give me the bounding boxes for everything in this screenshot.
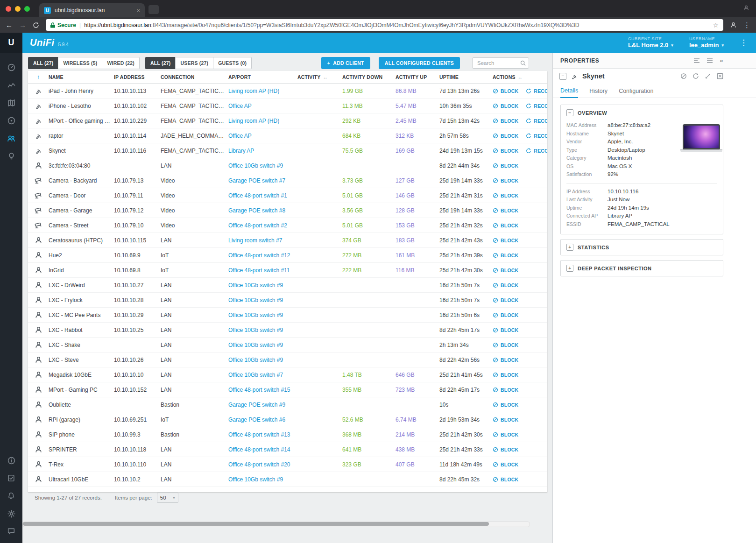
reconnect-button[interactable]: RECONNECT	[526, 118, 547, 124]
overview-section-header[interactable]: − OVERVIEW	[561, 105, 723, 120]
table-row[interactable]: LXC - Shake LAN Office 10Gb switch #9 2h…	[28, 338, 547, 353]
filter-wireless-5-[interactable]: WIRELESS (5)	[58, 57, 102, 69]
block-button[interactable]: BLOCK	[493, 327, 518, 333]
block-button[interactable]: BLOCK	[493, 312, 518, 318]
block-button[interactable]: BLOCK	[493, 447, 518, 452]
client-ap-port-link[interactable]: Office 10Gb switch #9	[228, 327, 297, 333]
expand-icon[interactable]: +	[566, 244, 573, 251]
table-row[interactable]: T-Rex 10.10.10.110 LAN Office 48-port sw…	[28, 457, 547, 472]
sidebar-item-map-icon[interactable]	[6, 98, 16, 108]
reconnect-client-icon[interactable]	[692, 73, 699, 79]
table-row[interactable]: Camera - Door 10.10.79.11 Video Office 4…	[28, 188, 547, 203]
client-ap-port-link[interactable]: Garage POE switch #7	[228, 177, 297, 184]
table-row[interactable]: Camera - Street 10.10.79.10 Video Office…	[28, 218, 547, 233]
expand-icon[interactable]: +	[566, 265, 573, 272]
client-ap-port-link[interactable]: Office 48-port switch #12	[228, 252, 297, 259]
table-row[interactable]: MPort - Office gaming PC 10.10.10.229 FE…	[28, 113, 547, 128]
bookmark-star-icon[interactable]: ☆	[713, 21, 719, 29]
block-button[interactable]: BLOCK	[493, 462, 518, 467]
client-ap-port-link[interactable]: Office 10Gb switch #9	[228, 282, 297, 289]
block-button[interactable]: BLOCK	[493, 417, 518, 423]
client-ap-port-link[interactable]: Office 10Gb switch #7	[228, 372, 297, 378]
client-ap-port-link[interactable]: Office 10Gb switch #9	[228, 297, 297, 303]
block-button[interactable]: BLOCK	[493, 253, 518, 258]
table-row[interactable]: 3c:fd:fe:03:04:80 LAN Office 10Gb switch…	[28, 158, 547, 173]
client-ap-port-link[interactable]: Office AP	[228, 133, 297, 139]
expand-panel-icon[interactable]	[705, 73, 711, 79]
sidebar-item-info-icon[interactable]	[6, 455, 16, 465]
block-button[interactable]: BLOCK	[493, 297, 518, 303]
table-row[interactable]: MPort - Gaming PC 10.10.10.152 LAN Offic…	[28, 382, 547, 397]
client-ap-port-link[interactable]: Office 48-port switch #11	[228, 267, 297, 274]
forward-button[interactable]: →	[19, 21, 26, 28]
statistics-section-header[interactable]: + STATISTICS	[561, 240, 723, 255]
block-button[interactable]: BLOCK	[493, 118, 518, 124]
add-client-button[interactable]: +ADD CLIENT	[321, 57, 370, 69]
col-ip[interactable]: IP ADDRESS	[114, 74, 161, 80]
table-row[interactable]: iPhone - Lesotho 10.10.10.102 FEMA_CAMP_…	[28, 99, 547, 113]
table-row[interactable]: Megadisk 10GbE 10.10.10.10 LAN Office 10…	[28, 367, 547, 382]
search-input[interactable]	[476, 60, 520, 66]
tab-configuration[interactable]: Configuration	[619, 88, 653, 98]
block-button[interactable]: BLOCK	[493, 342, 518, 348]
block-button[interactable]: BLOCK	[493, 103, 518, 109]
sidebar-item-dashboard-icon[interactable]	[6, 62, 16, 72]
sidebar-item-tasks-icon[interactable]	[6, 473, 16, 483]
reconnect-button[interactable]: RECONNECT	[526, 103, 547, 109]
collapse-icon[interactable]: −	[566, 109, 573, 116]
client-ap-port-link[interactable]: Garage POE switch #9	[228, 402, 297, 408]
col-actions[interactable]: ACTIONS↔	[493, 74, 547, 80]
window-zoom-button[interactable]	[24, 6, 30, 12]
collapse-panel-icon[interactable]: »	[720, 57, 723, 64]
block-button[interactable]: BLOCK	[493, 477, 518, 482]
block-button[interactable]: BLOCK	[493, 238, 518, 243]
col-connection[interactable]: CONNECTION	[161, 74, 228, 80]
table-row[interactable]: LXC - Rabbot 10.10.10.25 LAN Office 10Gb…	[28, 323, 547, 338]
block-button[interactable]: BLOCK	[493, 387, 518, 393]
client-ap-port-link[interactable]: Office 10Gb switch #9	[228, 162, 297, 169]
block-button[interactable]: BLOCK	[493, 357, 518, 363]
window-close-button[interactable]	[6, 6, 11, 12]
table-row[interactable]: Camera - Garage 10.10.79.12 Video Garage…	[28, 203, 547, 218]
avatar-icon[interactable]	[730, 21, 737, 28]
client-ap-port-link[interactable]: Living room AP (HD)	[228, 118, 297, 124]
sidebar-item-statistics-icon[interactable]	[6, 80, 16, 90]
block-button[interactable]: BLOCK	[493, 372, 518, 378]
sidebar-item-settings-icon[interactable]	[6, 508, 16, 519]
col-activity[interactable]: ACTIVITY↔	[297, 74, 342, 80]
filter-guests-0-[interactable]: GUESTS (0)	[213, 57, 252, 69]
collapse-client-icon[interactable]: −	[559, 73, 566, 80]
col-uptime[interactable]: UPTIME	[439, 74, 493, 80]
new-tab-button[interactable]	[148, 5, 159, 14]
col-name[interactable]: NAME	[49, 74, 114, 80]
horizontal-scrollbar[interactable]	[22, 522, 530, 527]
window-minimize-button[interactable]	[15, 6, 21, 12]
client-ap-port-link[interactable]: Office 48-port switch #15	[228, 387, 297, 393]
reload-button[interactable]	[33, 22, 39, 28]
dpi-section-header[interactable]: + DEEP PACKET INSPECTION	[561, 261, 723, 276]
table-row[interactable]: SPRINTER 10.10.10.118 LAN Office 48-port…	[28, 442, 547, 457]
block-button[interactable]: BLOCK	[493, 208, 518, 213]
client-ap-port-link[interactable]: Library AP	[228, 148, 297, 154]
sidebar-item-alerts-icon[interactable]	[6, 491, 16, 501]
col-ap-port[interactable]: AP/PORT	[228, 74, 297, 80]
header-overflow-menu-icon[interactable]: ⋮	[740, 38, 748, 48]
client-ap-port-link[interactable]: Office 48-port switch #20	[228, 461, 297, 468]
items-per-page-select[interactable]: 50▾	[157, 493, 178, 503]
block-button[interactable]: BLOCK	[493, 148, 518, 154]
sort-ascending-icon[interactable]: ↑	[28, 74, 49, 80]
reconnect-button[interactable]: RECONNECT	[526, 88, 547, 94]
block-button[interactable]: BLOCK	[493, 432, 518, 437]
block-button[interactable]: BLOCK	[493, 402, 518, 408]
table-row[interactable]: Oubliette Bastion Garage POE switch #9 1…	[28, 397, 547, 412]
reconnect-button[interactable]: RECONNECT	[526, 133, 547, 139]
tab-close-icon[interactable]: ×	[136, 7, 140, 14]
address-bar[interactable]: Secure | https://ubnt.bigdinosaur.lan:84…	[46, 19, 723, 31]
table-row[interactable]: SIP phone 10.10.99.3 Bastion Office 48-p…	[28, 427, 547, 442]
block-button[interactable]: BLOCK	[493, 178, 518, 183]
client-ap-port-link[interactable]: Living room AP (HD)	[228, 88, 297, 94]
sidebar-item-chat-icon[interactable]	[6, 526, 16, 536]
table-row[interactable]: Camera - Backyard 10.10.79.13 Video Gara…	[28, 173, 547, 188]
block-button[interactable]: BLOCK	[493, 163, 518, 169]
back-button[interactable]: ←	[6, 21, 13, 28]
